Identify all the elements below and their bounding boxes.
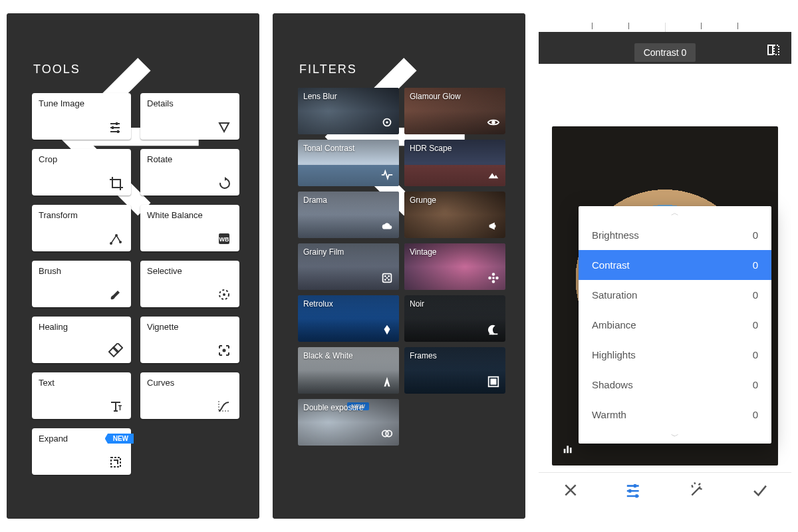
tool-label: White Balance [147,210,233,220]
tool-label: Curves [147,378,233,388]
tool-label: Rotate [147,154,233,164]
filter-frames[interactable]: Frames [404,347,505,394]
adjust-row-warmth[interactable]: Warmth0 [579,400,771,430]
adjust-sliders-button[interactable] [624,481,643,499]
tool-expand[interactable]: ExpandNEW [32,428,131,475]
filter-lens-blur[interactable]: Lens Blur [298,88,399,134]
adjust-row-highlights[interactable]: Highlights0 [579,340,771,370]
chevron-up-icon: ︿ [579,206,771,220]
tool-white-balance[interactable]: White Balance [140,205,239,251]
adjust-row-contrast[interactable]: Contrast0 [579,250,771,280]
filter-label: Lens Blur [303,92,337,101]
expand-icon [108,455,123,469]
slider-ticks [592,23,738,32]
pulse-icon [380,168,394,181]
page-title: FILTERS [299,63,357,76]
tool-text[interactable]: Text [32,372,131,419]
tool-vignette[interactable]: Vignette [140,317,239,363]
adjust-name: Highlights [592,349,636,360]
filter-label: Grunge [410,196,436,205]
compare-icon[interactable] [766,43,781,57]
eye-icon [487,116,500,129]
filter-glamour-glow[interactable]: Glamour Glow [404,88,505,134]
filter-label: Tonal Contrast [303,144,354,153]
adjust-name: Saturation [592,289,637,301]
adjust-value: 0 [753,289,758,301]
page-title: TOOLS [33,63,80,76]
filter-black-white[interactable]: Black & White [298,347,399,394]
filter-vintage[interactable]: Vintage [404,243,505,290]
vignette-icon [217,343,231,358]
tool-label: Healing [39,322,124,332]
chevron-down-icon: ﹀ [579,430,771,444]
filter-label: Noir [410,299,424,309]
adjust-value: 0 [753,319,758,331]
bottom-toolbar [539,472,791,507]
filter-label: Glamour Glow [410,92,461,101]
adjust-value: 0 [753,379,758,390]
adjust-name: Brightness [592,229,639,241]
adjust-top-bar: Contrast 0 [539,32,791,64]
tool-brush[interactable]: Brush [32,261,131,307]
filter-label: Grainy Film [303,247,344,257]
tool-details[interactable]: Details [140,93,239,140]
new-badge: NEW [105,434,134,444]
adjust-row-ambiance[interactable]: Ambiance0 [579,310,771,340]
filters-screen: FILTERS Lens BlurGlamour GlowTonal Contr… [273,13,525,519]
adjust-value: 0 [753,259,758,271]
filter-label: Vintage [410,247,436,257]
details-icon [217,120,231,134]
filter-grainy-film[interactable]: Grainy Film [298,243,399,290]
filter-tonal-contrast[interactable]: Tonal Contrast [298,140,399,186]
tool-label: Brush [39,266,124,276]
kite-icon [380,323,394,336]
filter-label: Frames [410,351,437,360]
cloud-icon [380,219,394,233]
filter-label: Drama [303,196,327,205]
apply-button[interactable] [751,481,769,499]
selective-icon [217,287,231,302]
tool-curves[interactable]: Curves [140,372,239,419]
filter-hdr-scape[interactable]: HDR Scape [404,140,505,186]
target-icon [380,116,394,129]
adjustments-panel[interactable]: ︿ Brightness0Contrast0Saturation0Ambianc… [579,206,771,444]
auto-magic-button[interactable] [688,481,706,499]
tool-label: Transform [39,210,124,220]
healing-icon [108,343,123,358]
filter-drama[interactable]: Drama [298,192,399,238]
mountain-icon [487,168,500,181]
histogram-icon[interactable] [561,442,576,455]
adjust-name: Warmth [592,409,626,420]
adjust-name: Contrast [592,259,630,271]
filter-noir[interactable]: Noir [404,295,505,342]
adjust-row-saturation[interactable]: Saturation0 [579,280,771,310]
moon-icon [487,323,500,336]
tools-screen: TOOLS Tune ImageDetailsCropRotateTransfo… [7,13,259,519]
tool-tune-image[interactable]: Tune Image [32,93,131,140]
adjust-value: 0 [753,409,758,420]
filter-double-exposure[interactable]: Double exposureNEW [298,399,399,446]
cancel-button[interactable] [561,481,580,499]
tool-selective[interactable]: Selective [140,261,239,307]
adjust-name: Shadows [592,379,633,390]
curves-icon [217,399,231,414]
adjust-row-brightness[interactable]: Brightness0 [579,220,771,250]
tool-rotate[interactable]: Rotate [140,149,239,196]
crop-icon [108,176,123,190]
current-adjust-chip: Contrast 0 [634,43,696,62]
filter-retrolux[interactable]: Retrolux [298,295,399,342]
brush-icon [108,287,123,302]
transform-icon [108,231,123,246]
tool-healing[interactable]: Healing [32,317,131,363]
adjust-value: 0 [753,349,758,360]
text-icon [108,399,123,414]
tool-label: Crop [39,154,124,164]
eiffel-icon [380,375,394,388]
adjust-row-shadows[interactable]: Shadows0 [579,370,771,400]
filter-grunge[interactable]: Grunge [404,192,505,238]
flower-icon [487,271,500,285]
tool-transform[interactable]: Transform [32,205,131,251]
tool-crop[interactable]: Crop [32,149,131,196]
tune-image-screen: Contrast 0 ︿ Brightness0Contrast0Saturat… [539,13,791,519]
filter-label: Black & White [303,351,353,360]
